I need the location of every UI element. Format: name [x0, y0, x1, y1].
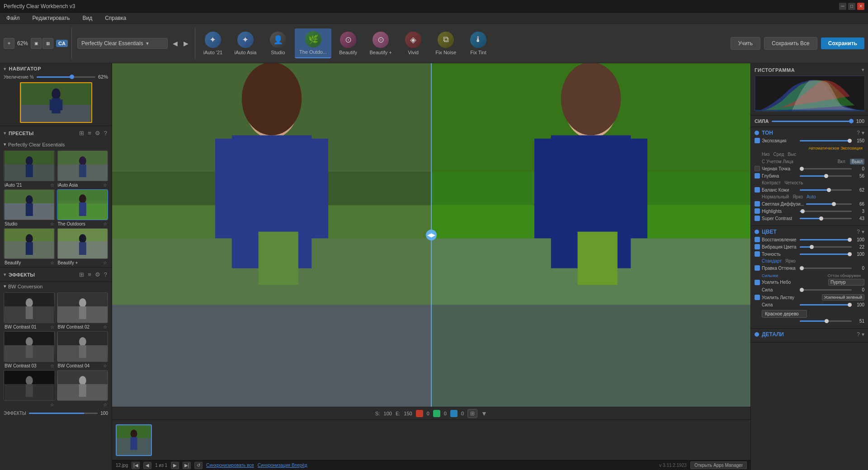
tb-preset-iauto-asia[interactable]: ✦ iAuto Asia — [230, 29, 261, 58]
preset-star-beautify[interactable]: ☆ — [50, 260, 54, 265]
menu-view[interactable]: Вид — [80, 14, 95, 22]
exposure-slider[interactable] — [800, 140, 852, 141]
lightdiff-slider[interactable] — [806, 203, 852, 205]
preset-item-iauto-asia[interactable]: iAuto Asia ☆ — [57, 150, 108, 188]
wood-dropdown[interactable]: Красное дерево — [762, 310, 807, 318]
nav-last-btn[interactable]: ▶| — [183, 462, 191, 469]
zoom-slider[interactable] — [37, 76, 95, 78]
details-help-icon[interactable]: ? — [857, 331, 860, 338]
nav-refresh-btn[interactable]: ↺ — [194, 462, 203, 469]
menu-edit[interactable]: Редактировать — [30, 14, 73, 22]
effects-list-view-btn[interactable]: ≡ — [87, 270, 92, 279]
tb-preset-beautify[interactable]: ⊙ Beautify — [332, 29, 364, 58]
accuracy-checkbox[interactable] — [755, 251, 760, 257]
preset-star-outdoors[interactable]: ☆ — [103, 221, 107, 226]
sync-all-btn[interactable]: Синхронизировать все — [206, 463, 254, 468]
status-down-arrow[interactable]: ▼ — [481, 410, 487, 417]
preset-star-beautify-plus[interactable]: ☆ — [103, 260, 107, 265]
tint-slider[interactable] — [800, 268, 852, 269]
standard-label[interactable]: Стандарт — [762, 258, 782, 263]
preset-star-iauto21[interactable]: ☆ — [50, 183, 54, 188]
presets-settings-btn[interactable]: ⚙ — [94, 129, 101, 137]
ton-help-icon[interactable]: ? — [857, 130, 860, 136]
view-mode-btn-2[interactable]: ▦ — [42, 38, 53, 49]
sky-dropdown[interactable]: Пурпур — [828, 279, 864, 286]
tb-preset-iauto21[interactable]: ✦ iAuto '21 — [197, 29, 229, 58]
tb-preset-beautify-plus[interactable]: ⊙ Beautify + — [365, 29, 396, 58]
menu-file[interactable]: Файл — [4, 14, 23, 22]
preset-star-studio[interactable]: ☆ — [50, 221, 54, 226]
canvas-status-icon-btn[interactable]: ⊞ — [467, 409, 477, 418]
effects-settings-btn[interactable]: ⚙ — [94, 270, 101, 279]
menu-help[interactable]: Справка — [102, 14, 129, 22]
preset-item-outdoors[interactable]: The Outdoors ☆ — [57, 189, 108, 226]
open-apps-btn[interactable]: Открыть Apps Manager — [690, 461, 747, 469]
preset-star-iauto-asia[interactable]: ☆ — [103, 183, 107, 188]
face-on-btn[interactable]: Вкл — [836, 159, 847, 164]
close-button[interactable]: ✕ — [857, 3, 864, 10]
supercontrast-checkbox[interactable] — [755, 216, 760, 221]
effect-item-bw04[interactable]: BW Contrast 04 ☆ — [57, 331, 108, 368]
exposure-checkbox[interactable] — [755, 138, 760, 143]
bright-label2[interactable]: Ярко — [785, 258, 796, 263]
presets-collapse-icon[interactable]: ▾ — [4, 131, 6, 136]
histogram-expand-icon[interactable]: ▾ — [862, 67, 864, 73]
boost-foliage-checkbox[interactable] — [755, 295, 760, 300]
vibrance-checkbox[interactable] — [755, 244, 760, 249]
vibrance-slider[interactable] — [800, 246, 852, 248]
tb-preset-fix-tint[interactable]: 🌡 Fix Tint — [462, 29, 494, 58]
effect-star-bw06[interactable]: ☆ — [103, 402, 107, 407]
sky-strength-slider[interactable] — [800, 289, 852, 291]
nav-prev-btn[interactable]: ◀ — [143, 462, 151, 469]
tb-preset-studio[interactable]: 👤 Studio — [262, 29, 294, 58]
effect-star-bw02[interactable]: ☆ — [103, 324, 107, 329]
foliage-dropdown[interactable]: Усиленный зелёный — [822, 294, 864, 301]
tb-preset-outdoors[interactable]: 🌿 The Outdo... — [295, 28, 331, 58]
effect-item-bw05[interactable]: ☆ — [4, 370, 55, 407]
boost-sky-checkbox[interactable] — [755, 280, 760, 285]
strength-slider[interactable] — [772, 121, 854, 122]
navigator-collapse-icon[interactable]: ▾ — [4, 66, 6, 71]
accuracy-slider[interactable] — [800, 254, 852, 255]
preset-dropdown[interactable]: Perfectly Clear Essentials ▾ — [77, 38, 168, 49]
preset-item-beautify[interactable]: Beautify ☆ — [4, 228, 55, 265]
minimize-button[interactable]: ─ — [839, 3, 846, 10]
skinbalance-checkbox[interactable] — [755, 187, 760, 193]
effect-item-bw02[interactable]: BW Contrast 02 ☆ — [57, 292, 108, 329]
highlights-slider[interactable] — [800, 211, 852, 212]
details-expand-icon[interactable]: ▾ — [862, 331, 864, 338]
skinbalance-slider[interactable] — [800, 189, 852, 191]
preset-item-studio[interactable]: Studio ☆ — [4, 189, 55, 226]
tb-preset-fix-noise[interactable]: ⧉ Fix Noise — [430, 29, 462, 58]
add-button[interactable]: + — [4, 38, 14, 49]
preset-next-btn[interactable]: ▶ — [181, 38, 191, 48]
nav-next-btn[interactable]: ▶ — [171, 462, 179, 469]
view-mode-btn-1[interactable]: ▣ — [31, 38, 42, 49]
effects-strength-slider[interactable] — [29, 413, 98, 414]
color-help-icon[interactable]: ? — [857, 229, 860, 235]
maximize-button[interactable]: □ — [848, 3, 855, 10]
effect-item-bw01[interactable]: BW Contrast 01 ☆ — [4, 292, 55, 329]
sync-fwd-btn[interactable]: Синхронизация Вперёд — [258, 463, 307, 468]
lightdiff-checkbox[interactable] — [755, 201, 760, 207]
split-handle[interactable]: ◀▶ — [426, 230, 437, 240]
effects-collapse-icon[interactable]: ▾ — [4, 272, 6, 277]
depth-slider[interactable] — [800, 175, 852, 177]
depth-checkbox[interactable] — [755, 173, 760, 179]
effect-star-bw01[interactable]: ☆ — [50, 324, 54, 329]
presets-grid-view-btn[interactable]: ⊞ — [78, 129, 85, 137]
learn-button[interactable]: Учить — [731, 37, 760, 50]
blackpoint-checkbox[interactable] — [755, 166, 760, 171]
tint-checkbox[interactable] — [755, 265, 760, 271]
foliage-strength-slider[interactable] — [800, 304, 852, 306]
preset-item-iauto21[interactable]: iAuto '21 ☆ — [4, 150, 55, 188]
tb-preset-vivid[interactable]: ◈ Vivid — [397, 29, 429, 58]
effects-grid-view-btn[interactable]: ⊞ — [78, 270, 85, 279]
preset-prev-btn[interactable]: ◀ — [170, 38, 180, 48]
effect-star-bw03[interactable]: ☆ — [50, 363, 54, 368]
effect-item-bw06[interactable]: ☆ — [57, 370, 108, 407]
highlights-checkbox[interactable] — [755, 208, 760, 214]
face-off-btn[interactable]: Выкл — [850, 159, 864, 164]
presets-list-view-btn[interactable]: ≡ — [87, 129, 92, 137]
stronger-label[interactable]: Сильнее — [762, 273, 778, 278]
